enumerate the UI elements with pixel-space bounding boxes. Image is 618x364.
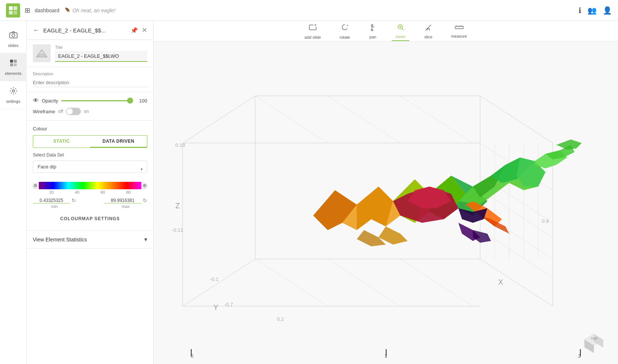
- svg-marker-68: [458, 208, 488, 223]
- svg-point-10: [12, 90, 15, 92]
- svg-line-29: [255, 96, 328, 143]
- eagle-text: Oh neat, an eagle!: [72, 7, 115, 13]
- slice-icon: [424, 23, 432, 34]
- settings-icon: [9, 86, 18, 98]
- svg-rect-16: [455, 26, 463, 29]
- svg-rect-2: [9, 11, 13, 15]
- camera-icon: [9, 31, 18, 42]
- svg-line-24: [183, 96, 255, 143]
- dashboard-link[interactable]: dashboard: [35, 7, 59, 13]
- svg-rect-3: [13, 11, 17, 15]
- tool-pan[interactable]: pan: [365, 22, 381, 41]
- cube-compass[interactable]: TOP: [581, 327, 607, 353]
- svg-marker-72: [379, 227, 408, 245]
- colour-section: Colour STATIC DATA DRIVEN Select Data Se…: [27, 121, 153, 231]
- tick-60: 60: [101, 190, 105, 194]
- wireframe-toggle[interactable]: [66, 108, 81, 115]
- top-nav: ⊞ dashboard 🪶 Oh neat, an eagle! ℹ 👥 👤: [0, 0, 618, 21]
- grid-icon[interactable]: ⊞: [25, 6, 30, 15]
- tool-rotate[interactable]: rotate: [336, 22, 354, 41]
- colourmap-settings-button[interactable]: COLOURMAP SETTINGS: [33, 212, 147, 225]
- elements-icon: [9, 58, 18, 70]
- eye-icon[interactable]: 👁: [33, 97, 39, 104]
- sidebar-item-slides[interactable]: slides: [0, 25, 27, 53]
- data-driven-tab[interactable]: DATA DRIVEN: [90, 136, 147, 148]
- title-input[interactable]: [55, 51, 147, 62]
- opacity-label: Opacity: [42, 98, 58, 104]
- chevron-down-icon: ▾: [144, 236, 147, 243]
- svg-marker-77: [594, 334, 603, 347]
- nav-left: ⊞ dashboard 🪶 Oh neat, an eagle!: [6, 3, 115, 18]
- tool-measure[interactable]: measure: [447, 23, 471, 40]
- svg-rect-4: [10, 33, 17, 38]
- colormap-values: ↻ min ↻ max: [33, 197, 147, 209]
- opacity-row: 👁 Opacity 100: [33, 97, 147, 104]
- svg-marker-69: [535, 150, 567, 168]
- colormap-handle-left[interactable]: [33, 183, 38, 188]
- svg-marker-63: [516, 158, 545, 187]
- opacity-slider[interactable]: [61, 100, 133, 101]
- svg-marker-56: [357, 187, 393, 230]
- colormap-min-input[interactable]: [33, 198, 70, 203]
- colormap-min-row: ↻: [33, 197, 76, 203]
- description-input[interactable]: [33, 78, 147, 87]
- add-user-icon[interactable]: 👥: [587, 6, 597, 15]
- svg-marker-66: [393, 187, 458, 223]
- svg-marker-55: [313, 190, 357, 230]
- wireframe-row: Wireframe off on: [33, 108, 147, 115]
- object-preview: Title: [27, 40, 153, 67]
- opacity-section: 👁 Opacity 100 Wireframe off on: [27, 92, 153, 121]
- svg-text:0.18: 0.18: [175, 142, 185, 148]
- sidebar-item-settings[interactable]: settings: [0, 81, 27, 109]
- nav-right: ℹ 👥 👤: [578, 6, 612, 15]
- tick-20: 20: [49, 190, 54, 194]
- svg-rect-0: [9, 6, 13, 10]
- colormap-min-group: ↻ min: [33, 197, 76, 209]
- min-refresh-icon[interactable]: ↻: [72, 197, 76, 203]
- stats-section[interactable]: View Element Statistics ▾: [27, 231, 153, 249]
- slides-label: slides: [8, 43, 18, 48]
- max-refresh-icon[interactable]: ↻: [143, 197, 147, 203]
- pin-icon[interactable]: 📌: [130, 27, 138, 34]
- measure-label: measure: [451, 34, 467, 38]
- 3d-axes: Z X Y 0.18 -0.11 0.2 0.8 -0.1 -0.7: [154, 42, 618, 364]
- viewport[interactable]: Z X Y 0.18 -0.11 0.2 0.8 -0.1 -0.7: [154, 42, 618, 364]
- min-label: min: [51, 204, 58, 209]
- dataset-select[interactable]: Face dip Face strike Element volume: [33, 161, 147, 173]
- svg-marker-58: [429, 175, 466, 219]
- svg-text:Y: Y: [214, 303, 218, 311]
- scale-bar: 0 1 2: [191, 352, 581, 357]
- svg-marker-61: [473, 165, 506, 197]
- tool-zoom[interactable]: zoom: [392, 22, 409, 41]
- tool-add-slide[interactable]: add slide: [301, 22, 325, 41]
- svg-text:TOP: TOP: [591, 337, 597, 341]
- main-layout: slides elements settings: [0, 21, 618, 364]
- svg-text:-0.1: -0.1: [210, 276, 218, 282]
- svg-marker-59: [444, 175, 488, 219]
- object-thumbnail: [33, 44, 51, 62]
- colormap-handle-right[interactable]: [142, 183, 147, 188]
- static-tab[interactable]: STATIC: [33, 136, 90, 148]
- close-button[interactable]: ✕: [142, 26, 147, 34]
- user-icon[interactable]: 👤: [603, 6, 612, 15]
- back-button[interactable]: ←: [33, 26, 40, 34]
- info-icon[interactable]: ℹ: [578, 6, 581, 15]
- colormap-bar-container: 20 40 60 80: [33, 182, 147, 194]
- select-dataset-label: Select Data Set: [33, 152, 147, 158]
- colour-tabs: STATIC DATA DRIVEN: [33, 135, 147, 148]
- svg-marker-64: [466, 201, 502, 227]
- svg-point-5: [12, 34, 15, 37]
- logo[interactable]: [6, 3, 20, 18]
- sidebar-item-elements[interactable]: elements: [0, 53, 27, 81]
- svg-rect-6: [10, 60, 13, 63]
- wireframe-on-label: on: [84, 109, 89, 114]
- tick-40: 40: [75, 190, 79, 194]
- colormap-max-input[interactable]: [104, 198, 141, 203]
- tool-slice[interactable]: slice: [420, 22, 436, 41]
- rotate-label: rotate: [340, 35, 350, 39]
- colormap-bar: [39, 182, 141, 189]
- add-slide-label: add slide: [305, 35, 321, 39]
- title-field-label: Title: [55, 45, 147, 50]
- wireframe-off-label: off: [58, 109, 63, 114]
- slice-label: slice: [424, 35, 432, 39]
